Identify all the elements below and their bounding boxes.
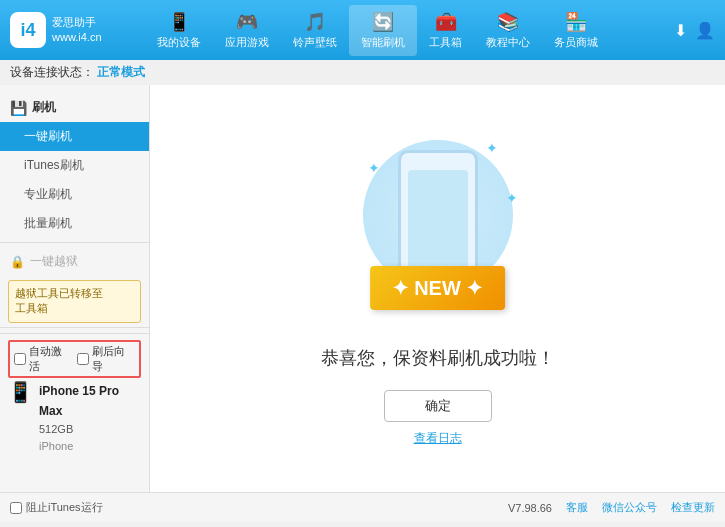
phone-screen (408, 170, 468, 270)
sparkle-icon-1: ✦ (368, 160, 380, 176)
connection-status-label: 设备连接状态： (10, 65, 94, 79)
sidebar-pro-flash-label: 专业刷机 (24, 187, 72, 201)
nav-my-device[interactable]: 📱 我的设备 (145, 5, 213, 56)
app-title: 爱思助手 (52, 15, 102, 30)
sidebar-item-pro-flash[interactable]: 专业刷机 (0, 180, 149, 209)
nav-service-icon: 🏪 (565, 11, 587, 33)
guide-label: 刷后向导 (92, 344, 136, 374)
main-content: ✦ NEW ✦ ✦ ✦ ✦ 恭喜您，保资料刷机成功啦！ 确定 查看日志 (150, 85, 725, 492)
status-bar: 阻止iTunes运行 V7.98.66 客服 微信公众号 检查更新 (0, 492, 725, 522)
nav-service-label: 务员商城 (554, 35, 598, 50)
sidebar-divider-2 (0, 327, 149, 328)
guide-checkbox[interactable] (77, 353, 89, 365)
sidebar-one-click-flash-label: 一键刷机 (24, 129, 72, 143)
guide-checkbox-item[interactable]: 刷后向导 (77, 344, 136, 374)
stop-itunes-row: 阻止iTunes运行 (10, 500, 103, 515)
nav-toolbox-label: 工具箱 (429, 35, 462, 50)
device-panel: 自动激活 刷后向导 📱 iPhone 15 Pro Max 512GB iPho… (0, 333, 149, 462)
sidebar-disabled-jailbreak: 🔒 一键越狱 (0, 247, 149, 276)
device-details: iPhone 15 Pro Max 512GB iPhone (39, 382, 141, 456)
nav-apps-games-icon: 🎮 (236, 11, 258, 33)
connection-status-value: 正常模式 (97, 65, 145, 79)
device-type: iPhone (39, 438, 141, 456)
check-update-link[interactable]: 检查更新 (671, 500, 715, 515)
nav-smart-flash-label: 智能刷机 (361, 35, 405, 50)
sidebar-flash-section: 💾 刷机 (0, 93, 149, 122)
flash-section-icon: 💾 (10, 100, 27, 116)
sidebar-item-itunes-flash[interactable]: iTunes刷机 (0, 151, 149, 180)
nav-apps-games[interactable]: 🎮 应用游戏 (213, 5, 281, 56)
app-title-text: 爱思助手 www.i4.cn (52, 15, 102, 46)
nav-toolbox[interactable]: 🧰 工具箱 (417, 5, 474, 56)
sidebar-divider-1 (0, 242, 149, 243)
nav-tutorials-icon: 📚 (497, 11, 519, 33)
nav-apps-games-label: 应用游戏 (225, 35, 269, 50)
nav-service[interactable]: 🏪 务员商城 (542, 5, 610, 56)
disabled-jailbreak-label: 一键越狱 (30, 253, 78, 270)
stop-itunes-checkbox[interactable] (10, 502, 22, 514)
user-button[interactable]: 👤 (695, 21, 715, 40)
auto-activate-checkbox-item[interactable]: 自动激活 (14, 344, 73, 374)
view-log-link[interactable]: 查看日志 (414, 430, 462, 447)
nav-smart-flash-icon: 🔄 (372, 11, 394, 33)
connection-status-bar: 设备连接状态： 正常模式 (0, 60, 725, 85)
device-name: iPhone 15 Pro Max (39, 382, 141, 420)
flash-section-label: 刷机 (32, 99, 56, 116)
customer-service-link[interactable]: 客服 (566, 500, 588, 515)
version-label: V7.98.66 (508, 502, 552, 514)
nav-ringtone[interactable]: 🎵 铃声壁纸 (281, 5, 349, 56)
device-phone-icon: 📱 (8, 382, 33, 402)
logo-char: i4 (20, 20, 35, 41)
nav-my-device-label: 我的设备 (157, 35, 201, 50)
nav-tutorials-label: 教程中心 (486, 35, 530, 50)
auto-activate-checkbox[interactable] (14, 353, 26, 365)
download-button[interactable]: ⬇ (674, 21, 687, 40)
auto-activate-row: 自动激活 刷后向导 (8, 340, 141, 378)
success-message: 恭喜您，保资料刷机成功啦！ (321, 346, 555, 370)
logo-area: i4 爱思助手 www.i4.cn (10, 12, 120, 48)
sidebar-batch-flash-label: 批量刷机 (24, 216, 72, 230)
app-subtitle: www.i4.cn (52, 30, 102, 45)
confirm-button[interactable]: 确定 (384, 390, 492, 422)
new-banner: ✦ NEW ✦ (370, 266, 506, 310)
status-left: 阻止iTunes运行 (10, 500, 103, 515)
sidebar-item-batch-flash[interactable]: 批量刷机 (0, 209, 149, 238)
header-right: ⬇ 👤 (635, 21, 715, 40)
nav-ringtone-label: 铃声壁纸 (293, 35, 337, 50)
app-logo: i4 (10, 12, 46, 48)
lock-icon: 🔒 (10, 255, 25, 269)
wechat-link[interactable]: 微信公众号 (602, 500, 657, 515)
sidebar-warning-box: 越狱工具已转移至工具箱 (8, 280, 141, 323)
warning-text: 越狱工具已转移至工具箱 (15, 287, 103, 314)
auto-activate-label: 自动激活 (29, 344, 73, 374)
sidebar-item-one-click-flash[interactable]: 一键刷机 (0, 122, 149, 151)
nav-ringtone-icon: 🎵 (304, 11, 326, 33)
device-storage: 512GB (39, 421, 141, 439)
stop-itunes-label: 阻止iTunes运行 (26, 500, 103, 515)
sidebar-itunes-flash-label: iTunes刷机 (24, 158, 84, 172)
nav-toolbox-icon: 🧰 (435, 11, 457, 33)
sidebar: 💾 刷机 一键刷机 iTunes刷机 专业刷机 批量刷机 🔒 一键越狱 越狱工具… (0, 85, 150, 492)
app-header: i4 爱思助手 www.i4.cn 📱 我的设备 🎮 应用游戏 🎵 铃声壁纸 🔄… (0, 0, 725, 60)
status-right: V7.98.66 客服 微信公众号 检查更新 (508, 500, 715, 515)
main-nav: 📱 我的设备 🎮 应用游戏 🎵 铃声壁纸 🔄 智能刷机 🧰 工具箱 📚 教程中心… (120, 5, 635, 56)
device-info: 📱 iPhone 15 Pro Max 512GB iPhone (8, 382, 141, 456)
nav-my-device-icon: 📱 (168, 11, 190, 33)
sparkle-icon-2: ✦ (486, 140, 498, 156)
success-illustration: ✦ NEW ✦ ✦ ✦ ✦ (348, 130, 528, 330)
nav-tutorials[interactable]: 📚 教程中心 (474, 5, 542, 56)
nav-smart-flash[interactable]: 🔄 智能刷机 (349, 5, 417, 56)
sparkle-icon-3: ✦ (506, 190, 518, 206)
